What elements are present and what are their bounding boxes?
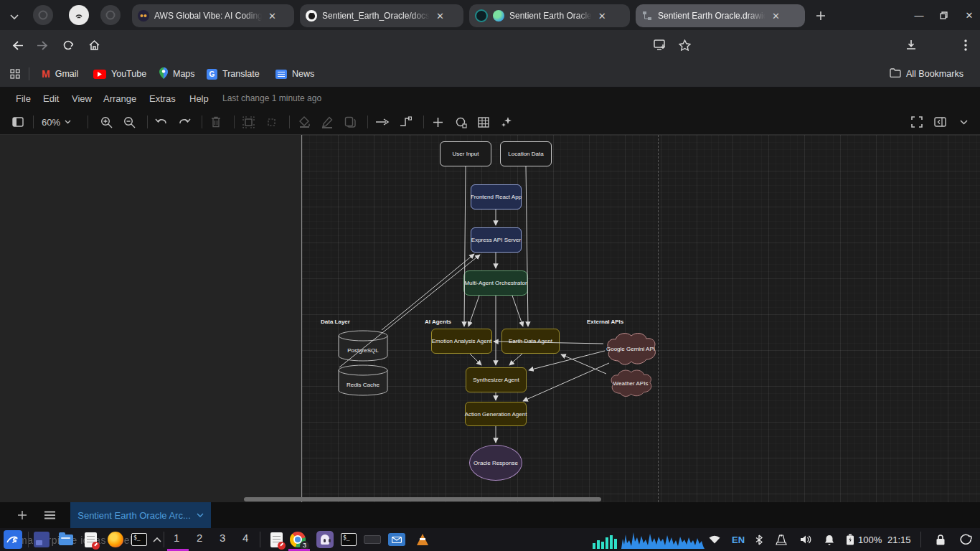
node-frontend-react-app[interactable]: Frontend React App <box>471 184 522 209</box>
dark-window-icon[interactable] <box>363 530 382 549</box>
node-weather-apis-cloud[interactable]: Weather APIs <box>606 368 656 398</box>
wifi-icon[interactable] <box>707 532 722 547</box>
format-panel-toggle-icon[interactable] <box>930 113 949 131</box>
workspace-3[interactable]: 3 <box>220 532 225 544</box>
bookmark-youtube[interactable]: YouTube <box>93 66 146 82</box>
connection-arrow-icon[interactable] <box>373 113 392 131</box>
menu-file[interactable]: File <box>13 88 34 109</box>
zoom-out-icon[interactable] <box>120 113 138 131</box>
menu-edit[interactable]: Edit <box>40 88 62 109</box>
workspace-2[interactable]: 2 <box>197 532 202 544</box>
menu-extras[interactable]: Extras <box>146 88 179 109</box>
to-front-icon[interactable] <box>239 113 258 131</box>
bookmark-gmail[interactable]: M Gmail <box>42 66 78 82</box>
tab-drawio-active[interactable]: Sentient Earth Oracle.drawio ✕ <box>636 4 805 27</box>
node-emotion-analysis-agent[interactable]: Emotion Analysis Agent <box>431 329 492 354</box>
window-close-button[interactable]: ✕ <box>958 0 980 30</box>
ai-sparkle-icon[interactable] <box>497 113 516 131</box>
node-multi-agent-orchestrator[interactable]: Multi-Agent Orchestrator <box>463 270 528 296</box>
all-bookmarks-button[interactable]: All Bookmarks <box>890 66 963 82</box>
node-earth-data-agent[interactable]: Earth Data Agent <box>501 329 560 354</box>
text-editor-icon[interactable] <box>81 530 100 549</box>
menu-view[interactable]: View <box>69 88 95 109</box>
fullscreen-icon[interactable] <box>908 113 926 131</box>
close-tab-icon[interactable]: ✕ <box>267 10 278 22</box>
zoom-in-icon[interactable] <box>97 113 116 131</box>
to-back-icon[interactable] <box>262 113 281 131</box>
logout-power-icon[interactable] <box>957 532 974 547</box>
taskbar-window-icon[interactable] <box>32 530 51 549</box>
new-tab-button[interactable] <box>812 7 829 24</box>
pinned-tab-1[interactable] <box>33 5 53 25</box>
stroke-color-icon[interactable] <box>318 113 336 131</box>
node-synthesizer-agent[interactable]: Synthesizer Agent <box>466 367 527 392</box>
home-button[interactable] <box>85 37 103 54</box>
lock-screen-icon[interactable] <box>933 532 948 547</box>
node-postgresql-cylinder[interactable]: PostgreSQL <box>338 330 388 362</box>
pages-list-icon[interactable] <box>40 507 59 524</box>
table-icon[interactable] <box>474 113 493 131</box>
clock[interactable]: 21:15 <box>887 532 911 547</box>
install-app-icon[interactable] <box>651 37 669 54</box>
reload-button[interactable] <box>60 37 77 54</box>
page-tab-active[interactable]: Sentient Earth Oracle Arc... <box>70 502 211 528</box>
browser-menu-kebab-icon[interactable] <box>957 37 974 54</box>
apps-grid-icon[interactable] <box>10 66 20 82</box>
bookmark-maps[interactable]: Maps <box>159 66 195 82</box>
window-minimize-button[interactable]: — <box>908 0 930 30</box>
vlc-tray-icon[interactable] <box>773 532 789 547</box>
vlc-icon[interactable] <box>413 530 432 549</box>
close-tab-icon[interactable]: ✕ <box>597 10 608 22</box>
kali-menu-button[interactable] <box>4 530 22 549</box>
firefox-icon[interactable] <box>106 530 125 549</box>
bookmark-news[interactable]: News <box>275 66 314 82</box>
terminal-window-icon[interactable]: $_ <box>339 530 358 549</box>
node-google-gemini-api-cloud[interactable]: Google Gemini API <box>603 331 658 367</box>
text-editor-window-icon[interactable] <box>267 530 286 549</box>
bookmark-translate[interactable]: G Translate <box>207 66 260 82</box>
node-oracle-response[interactable]: Oracle Response <box>469 445 522 481</box>
workspace-4[interactable]: 4 <box>242 532 248 544</box>
zoom-dropdown[interactable]: 60% <box>42 113 71 131</box>
node-action-generation-agent[interactable]: Action Generation Agent <box>465 402 527 426</box>
toolbar-more-chevron-icon[interactable] <box>954 113 973 131</box>
tab-aws-global-vibe[interactable]: AWS Global Vibe: AI Coding H ✕ <box>132 4 294 27</box>
forward-button[interactable] <box>34 37 51 54</box>
ghost-app-icon[interactable] <box>316 530 334 549</box>
add-page-button[interactable] <box>13 507 32 524</box>
tab-github-docs[interactable]: Sentient_Earth_Oracle/docs/ ✕ <box>300 4 463 27</box>
keyboard-layout-indicator[interactable]: EN <box>729 532 748 547</box>
window-restore-button[interactable] <box>933 0 954 30</box>
workspace-1[interactable]: 1 <box>174 532 179 544</box>
back-button[interactable] <box>9 37 26 54</box>
freehand-shape-icon[interactable] <box>451 113 470 131</box>
pinned-tab-2[interactable] <box>69 5 89 25</box>
node-user-input[interactable]: User Input <box>440 141 491 166</box>
menu-arrange[interactable]: Arrange <box>100 88 139 109</box>
notifications-bell-icon[interactable] <box>822 532 837 547</box>
downloads-icon[interactable] <box>903 37 920 54</box>
toggle-panel-icon[interactable] <box>9 113 27 131</box>
tab-sentient-earth-oracle[interactable]: Sentient Earth Oracle ✕ <box>469 4 630 27</box>
redo-icon[interactable] <box>175 113 194 131</box>
bookmark-star-icon[interactable] <box>676 37 693 54</box>
bluetooth-icon[interactable] <box>753 532 765 547</box>
terminal-icon[interactable]: $_ <box>130 530 149 549</box>
node-express-api-server[interactable]: Express API Server <box>471 227 522 253</box>
diagram-canvas[interactable]: Data Layer AI Agents External APIs User … <box>0 135 980 502</box>
menu-help[interactable]: Help <box>187 88 212 109</box>
waypoint-connector-icon[interactable] <box>396 113 415 131</box>
volume-icon[interactable] <box>798 532 814 547</box>
tab-search-chevron-icon[interactable] <box>6 9 23 26</box>
close-tab-icon[interactable]: ✕ <box>435 10 446 22</box>
shadow-icon[interactable] <box>341 113 359 131</box>
undo-icon[interactable] <box>152 113 171 131</box>
mail-app-icon[interactable] <box>387 530 406 549</box>
close-tab-icon[interactable]: ✕ <box>771 10 781 22</box>
horizontal-scrollbar[interactable] <box>244 497 601 501</box>
node-location-data[interactable]: Location Data <box>500 141 552 166</box>
file-manager-icon[interactable] <box>57 530 75 549</box>
insert-plus-icon[interactable] <box>428 113 447 131</box>
chrome-window-icon[interactable]: 3 <box>288 530 307 549</box>
node-redis-cache-cylinder[interactable]: Redis Cache <box>338 364 388 396</box>
